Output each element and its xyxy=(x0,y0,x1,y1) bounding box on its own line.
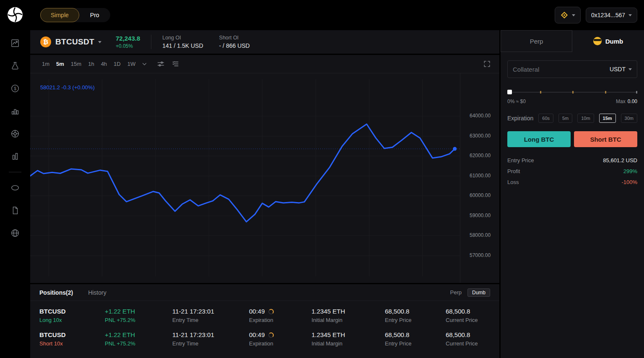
axis-label: 63000.00 xyxy=(470,133,491,139)
price-change: +0.05% xyxy=(116,43,140,49)
wallet-address-button[interactable]: 0x1234...567 xyxy=(586,8,637,23)
mode-simple-button[interactable]: Simple xyxy=(40,8,79,22)
timeframe-1w[interactable]: 1W xyxy=(124,59,139,69)
position-symbol: BTCUSD xyxy=(39,308,105,315)
timeframe-1m[interactable]: 1m xyxy=(39,59,53,69)
long-btc-button[interactable]: Long BTC xyxy=(507,131,571,147)
indicators-icon[interactable] xyxy=(171,60,179,68)
tab-perp[interactable]: Perp xyxy=(501,30,572,52)
position-row: BTCUSDShort 10x +1.22 ETHPNL +75.2% 11-2… xyxy=(39,327,490,350)
current-price-value: 68,500.8 xyxy=(446,331,490,338)
collateral-currency-select[interactable]: USDT xyxy=(610,66,632,73)
expiration-label: Expiration xyxy=(249,317,312,323)
axis-label: 64000.00 xyxy=(470,113,491,119)
entry-price-label: Entry Price xyxy=(385,317,446,323)
bnb-icon xyxy=(560,11,569,19)
short-btc-button[interactable]: Short BTC xyxy=(574,131,637,147)
tab-positions[interactable]: Positions(2) xyxy=(39,289,73,296)
expiration-option-30m[interactable]: 30m xyxy=(621,114,637,123)
entry-time-value: 11-21 17:23:01 xyxy=(172,308,249,315)
chevron-down-icon xyxy=(628,68,632,70)
long-oi: Long OI 141 / 1.5K USD xyxy=(162,35,203,49)
flask-icon[interactable] xyxy=(10,61,20,71)
collateral-input[interactable] xyxy=(513,66,610,73)
positions-panel: Positions(2) History Perp Dumb BTCUSDLon… xyxy=(30,284,499,358)
trade-icon[interactable] xyxy=(10,38,20,48)
timeframe-4h[interactable]: 4h xyxy=(98,59,110,69)
expiration-countdown: 00:49 xyxy=(249,308,265,315)
initial-margin-value: 1.2345 ETH xyxy=(312,331,385,338)
short-oi-label: Short OI xyxy=(219,35,250,41)
position-side: Long 10x xyxy=(39,317,105,323)
expiration-option-5m[interactable]: 5m xyxy=(558,114,572,123)
symbol-name: BTCUSDT xyxy=(55,37,94,47)
entry-price-value: 68,500.8 xyxy=(385,308,446,315)
slider-tick[interactable] xyxy=(540,91,541,93)
entry-time-value: 11-21 17:23:01 xyxy=(172,331,249,338)
axis-label: 57000.00 xyxy=(470,252,491,258)
fullscreen-icon[interactable] xyxy=(483,60,491,68)
timeframe-1d[interactable]: 1D xyxy=(110,59,124,69)
current-price-label: Current Price xyxy=(446,317,490,323)
dumb-emoji-icon xyxy=(593,37,602,45)
expiration-option-60s[interactable]: 60s xyxy=(538,114,553,123)
timeframe-5m[interactable]: 5m xyxy=(53,59,68,69)
price-axis[interactable]: 64000.00 63000.00 62000.00 61000.00 6000… xyxy=(460,73,499,283)
trade-panel: Perp Dumb USDT xyxy=(501,30,644,358)
chart-settings-icon[interactable] xyxy=(157,60,165,68)
entry-price-value: 85,601.2 USD xyxy=(603,157,637,163)
current-price-label: Current Price xyxy=(446,340,490,347)
position-pnl: +1.22 ETH xyxy=(105,308,172,315)
app-logo-icon[interactable] xyxy=(7,7,23,23)
axis-label: 62000.00 xyxy=(470,153,491,158)
current-price-value: 68,500.8 xyxy=(446,308,490,315)
mode-pro-button[interactable]: Pro xyxy=(79,8,110,22)
slider-tick[interactable] xyxy=(636,91,637,93)
stats-icon[interactable] xyxy=(10,151,20,161)
chart-legend: 58021.2 -0.3 (+0.00%) xyxy=(40,84,95,91)
slider-tick[interactable] xyxy=(605,91,606,93)
entry-price-label: Entry Price xyxy=(385,340,446,347)
leaderboard-icon[interactable] xyxy=(10,106,20,116)
timeframe-1h[interactable]: 1h xyxy=(85,59,97,69)
collateral-field: USDT xyxy=(507,60,637,78)
position-symbol: BTCUSD xyxy=(39,331,105,338)
market-header: ₿ BTCUSDT 72,243.8 +0.05% Long OI 141 / … xyxy=(30,30,499,54)
earn-icon[interactable]: $ xyxy=(10,83,20,93)
slider-handle[interactable] xyxy=(507,90,512,94)
timeframe-15m[interactable]: 15m xyxy=(68,59,85,69)
tab-dumb[interactable]: Dumb xyxy=(572,30,644,52)
btc-icon: ₿ xyxy=(40,36,51,47)
timeframe-expand-icon[interactable] xyxy=(140,60,148,68)
long-oi-label: Long OI xyxy=(162,35,203,41)
positions-dumb-toggle[interactable]: Dumb xyxy=(467,288,490,297)
tab-history[interactable]: History xyxy=(88,289,106,296)
symbol-selector[interactable]: BTCUSDT xyxy=(55,37,101,47)
chevron-down-icon xyxy=(98,41,101,43)
slider-tick[interactable] xyxy=(572,91,574,93)
wheel-icon[interactable] xyxy=(10,129,20,139)
price-chart[interactable]: 58021.2 -0.3 (+0.00%) xyxy=(30,73,460,283)
axis-label: 60000.00 xyxy=(470,192,491,198)
sidebar: $ xyxy=(0,0,30,358)
tab-dumb-label: Dumb xyxy=(605,38,623,45)
position-pnl-pct: PNL +75.2% xyxy=(105,317,172,323)
docs-icon[interactable] xyxy=(10,205,20,215)
profit-label: Profit xyxy=(507,168,520,174)
initial-margin-value: 1.2345 ETH xyxy=(312,308,385,315)
slider-max-value: 0.00 xyxy=(628,99,637,104)
amount-slider[interactable] xyxy=(507,90,637,95)
pill-icon[interactable] xyxy=(10,183,20,193)
expiration-option-15m[interactable]: 15m xyxy=(599,114,616,123)
short-oi: Short OI - / 866 USD xyxy=(219,35,250,49)
network-selector-button[interactable] xyxy=(555,7,581,23)
chevron-down-icon xyxy=(628,14,632,16)
entry-price-label: Entry Price xyxy=(507,157,534,163)
globe-icon[interactable] xyxy=(10,228,20,238)
expiration-option-10m[interactable]: 10m xyxy=(577,114,594,123)
entry-time-label: Entry Time xyxy=(172,317,249,323)
entry-time-label: Entry Time xyxy=(172,340,249,347)
header-divider xyxy=(151,35,151,49)
price-block: 72,243.8 +0.05% xyxy=(116,35,140,49)
topbar: Simple Pro 0x1234...567 xyxy=(30,0,644,30)
